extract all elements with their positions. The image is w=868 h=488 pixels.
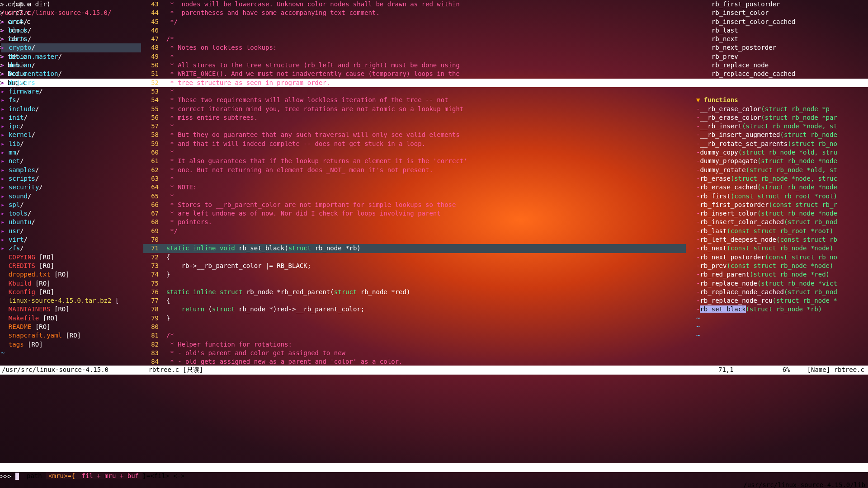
code-line-54[interactable]: 54 * These two requirements will allow l…	[143, 96, 686, 104]
code-line-59[interactable]: 59 * and that it will indeed complete --…	[143, 140, 686, 148]
code-line-66[interactable]: 66 * Stores to __rb_parent_color are not…	[143, 201, 686, 209]
tag-fn-rb_prev[interactable]: -rb_prev(const struct rb_node *node)	[696, 262, 868, 270]
tag-rb_last[interactable]: rb_last	[696, 26, 868, 35]
dir-usr[interactable]: ▸ usr/	[1, 227, 141, 235]
file-snapcraft.yaml[interactable]: snapcraft.yaml [RO]	[1, 331, 141, 340]
tag-rb_replace_node[interactable]: rb_replace_node	[696, 61, 868, 70]
dir-certs[interactable]: ▸ certs/	[1, 35, 141, 43]
dir-net[interactable]: ▸ net/	[1, 157, 141, 165]
tag-fn-rb_replace_node_cached[interactable]: -rb_replace_node_cached(struct rb_nod	[696, 288, 868, 296]
code-line-60[interactable]: 60 *	[143, 148, 686, 157]
file-tree-pane[interactable]: .. (up a dir)/usr/src/linux-source-4.15.…	[0, 0, 141, 365]
dir-zfs[interactable]: ▸ zfs/	[1, 244, 141, 253]
dir-Documentation[interactable]: ▸ Documentation/	[1, 70, 141, 78]
file-dropped.txt[interactable]: dropped.txt [RO]	[1, 270, 141, 279]
tag-rb_next_postorder[interactable]: rb_next_postorder	[696, 43, 868, 52]
tag-rb_next[interactable]: rb_next	[696, 35, 868, 43]
tag-fn-rb_first_postorder[interactable]: -rb_first_postorder(const struct rb_r	[696, 201, 868, 209]
dir-spl[interactable]: ▸ spl/	[1, 201, 141, 209]
code-line-45[interactable]: 45 */	[143, 18, 686, 26]
updir-link[interactable]: .. (up a dir)	[1, 0, 141, 9]
tag-rb_insert_color[interactable]: rb_insert_color	[696, 9, 868, 17]
dir-mm[interactable]: ▸ mm/	[1, 148, 141, 157]
tag-fn-rb_next_postorder[interactable]: -rb_next_postorder(const struct rb_no	[696, 253, 868, 262]
file-Makefile[interactable]: Makefile [RO]	[1, 314, 141, 323]
code-line-56[interactable]: 56 * miss entire subtrees.	[143, 113, 686, 122]
tag-rb_prev[interactable]: rb_prev	[696, 52, 868, 61]
code-line-71[interactable]: 71 static inline void rb_set_black(struc…	[143, 244, 686, 253]
tag-fn-rb_replace_node_rcu[interactable]: -rb_replace_node_rcu(struct rb_node *	[696, 296, 868, 305]
file-CREDITS[interactable]: CREDITS [RO]	[1, 262, 141, 270]
code-line-84[interactable]: 84 * - old gets assigned new as a parent…	[143, 357, 686, 366]
tag-fn-dummy_rotate[interactable]: -dummy_rotate(struct rb_node *old, st	[696, 166, 868, 174]
tag-rb_replace_node_cached[interactable]: rb_replace_node_cached	[696, 70, 868, 78]
tag-fn-dummy_copy[interactable]: -dummy_copy(struct rb_node *old, stru	[696, 148, 868, 157]
tag-fn-rb_red_parent[interactable]: -rb_red_parent(struct rb_node *red)	[696, 270, 868, 279]
tag-fn-rb_first[interactable]: -rb_first(const struct rb_root *root)	[696, 192, 868, 201]
code-line-74[interactable]: 74 }	[143, 270, 686, 279]
code-line-80[interactable]: 80	[143, 323, 686, 331]
tag-fn-rb_erase[interactable]: -rb_erase(struct rb_node *node, struc	[696, 174, 868, 183]
tagbar-pane[interactable]: rb_first_postorder rb_insert_color rb_in…	[692, 0, 868, 365]
code-line-65[interactable]: 65 *	[143, 192, 686, 201]
code-line-49[interactable]: 49 *	[143, 52, 686, 61]
file-Kbuild[interactable]: Kbuild [RO]	[1, 279, 141, 288]
code-line-58[interactable]: 58 * But they do guarantee that any such…	[143, 131, 686, 139]
dir-crypto[interactable]: ▸ crypto/	[1, 43, 141, 52]
dir-ubuntu[interactable]: ▸ ubuntu/	[1, 218, 141, 226]
code-line-44[interactable]: 44 * parentheses and have some accompany…	[143, 9, 686, 17]
code-line-55[interactable]: 55 * correct iteration mind you, tree ro…	[143, 105, 686, 113]
code-line-70[interactable]: 70	[143, 235, 686, 244]
code-line-72[interactable]: 72 {	[143, 253, 686, 262]
code-line-64[interactable]: 64 * NOTE:	[143, 183, 686, 192]
dir-init[interactable]: ▸ init/	[1, 113, 141, 122]
file-README[interactable]: README [RO]	[1, 323, 141, 331]
file-Kconfig[interactable]: Kconfig [RO]	[1, 288, 141, 296]
dir-scripts[interactable]: ▸ scripts/	[1, 174, 141, 183]
code-line-48[interactable]: 48 * Notes on lockless lookups:	[143, 43, 686, 52]
tag-rb_first_postorder[interactable]: rb_first_postorder	[696, 0, 868, 9]
code-line-68[interactable]: 68 * pointers.	[143, 218, 686, 226]
dir-arch[interactable]: ▸ arch/	[1, 18, 141, 26]
code-line-43[interactable]: 43 * nodes will be lowercase. Unknown co…	[143, 0, 686, 9]
tag-rb_replace_node_rcu[interactable]: rb_replace_node_rcu	[696, 79, 868, 87]
dir-debian.master[interactable]: ▸ debian.master/	[1, 52, 141, 61]
code-line-62[interactable]: 62 * one. But not returning an element d…	[143, 166, 686, 174]
tag-group-functions[interactable]: ▼ functions	[696, 96, 868, 104]
tag-fn-__rb_erase_color[interactable]: -__rb_erase_color(struct rb_node *par	[696, 113, 868, 122]
code-line-57[interactable]: 57 *	[143, 122, 686, 131]
tag-fn-__rb_erase_color[interactable]: -__rb_erase_color(struct rb_node *p	[696, 105, 868, 113]
code-line-76[interactable]: 76 static inline struct rb_node *rb_red_…	[143, 288, 686, 296]
code-line-47[interactable]: 47 /*	[143, 35, 686, 43]
dir-block[interactable]: ▸ block/	[1, 26, 141, 35]
code-line-77[interactable]: 77 {	[143, 296, 686, 305]
code-line-81[interactable]: 81 /*	[143, 331, 686, 340]
code-line-61[interactable]: 61 * It also guarantees that if the look…	[143, 157, 686, 165]
dir-virt[interactable]: ▸ virt/	[1, 235, 141, 244]
tag-fn-__rb_insert_augmented[interactable]: -__rb_insert_augmented(struct rb_node	[696, 131, 868, 139]
tag-fn-rb_last[interactable]: -rb_last(const struct rb_root *root)	[696, 227, 868, 235]
code-line-69[interactable]: 69 */	[143, 227, 686, 235]
code-line-52[interactable]: 52 * tree structure as seen in program o…	[143, 79, 686, 87]
code-line-50[interactable]: 50 * All stores to the tree structure (r…	[143, 61, 686, 70]
dir-fs[interactable]: ▸ fs/	[1, 96, 141, 104]
tag-fn-rb_replace_node[interactable]: -rb_replace_node(struct rb_node *vict	[696, 279, 868, 288]
tag-fn-__rb_insert[interactable]: -__rb_insert(struct rb_node *node, st	[696, 122, 868, 131]
dir-ipc[interactable]: ▸ ipc/	[1, 122, 141, 131]
tag-fn-rb_next[interactable]: -rb_next(const struct rb_node *node)	[696, 244, 868, 253]
file-MAINTAINERS[interactable]: MAINTAINERS [RO]	[1, 305, 141, 314]
code-line-83[interactable]: 83 * - old's parent and color get assign…	[143, 349, 686, 357]
file-COPYING[interactable]: COPYING [RO]	[1, 253, 141, 262]
dir-kernel[interactable]: ▸ kernel/	[1, 131, 141, 139]
tag-fn-rb_set_black[interactable]: -rb_set_black(struct rb_node *rb)	[696, 305, 868, 314]
code-line-75[interactable]: 75	[143, 279, 686, 288]
file-tags[interactable]: tags [RO]	[1, 340, 141, 349]
code-line-78[interactable]: 78 return (struct rb_node *)red->__rb_pa…	[143, 305, 686, 314]
code-line-53[interactable]: 53 *	[143, 87, 686, 96]
dir-tools[interactable]: ▸ tools/	[1, 209, 141, 218]
dir-include[interactable]: ▸ include/	[1, 105, 141, 113]
code-line-73[interactable]: 73 rb->__rb_parent_color |= RB_BLACK;	[143, 262, 686, 270]
dir-samples[interactable]: ▸ samples/	[1, 166, 141, 174]
code-line-51[interactable]: 51 * WRITE_ONCE(). And we must not inadv…	[143, 70, 686, 78]
file-linux-source-4.15.0.tar.bz2[interactable]: linux-source-4.15.0.tar.bz2 [	[1, 296, 141, 305]
